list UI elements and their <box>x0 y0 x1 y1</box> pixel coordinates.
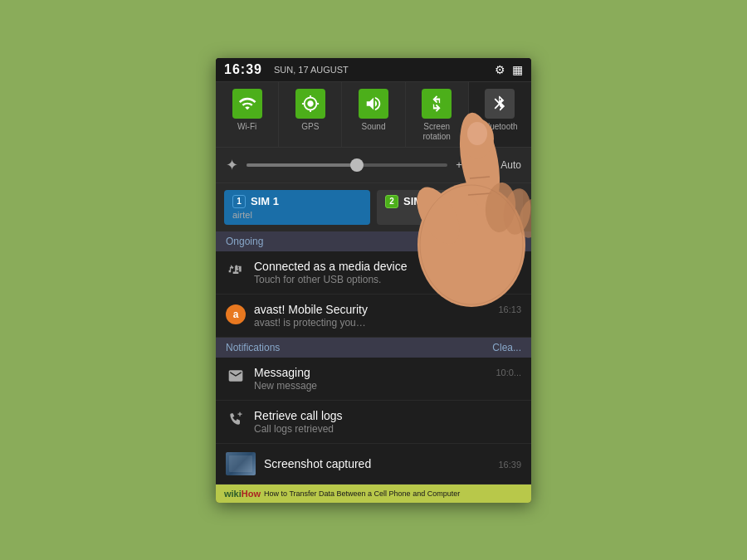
sound-icon-box <box>359 89 388 119</box>
toggle-bluetooth[interactable]: Bluetooth <box>469 82 531 147</box>
status-date: SUN, 17 AUGUST <box>274 65 349 75</box>
gear-icon[interactable]: ⚙ <box>495 63 505 76</box>
status-bar: 16:39 SUN, 17 AUGUST ⚙ ▦ <box>216 58 531 81</box>
slider-thumb <box>350 158 364 172</box>
toggle-rotation[interactable]: Screen rotation <box>406 82 469 147</box>
screenshot-notification[interactable]: Screenshot captured 16:39 <box>216 444 531 485</box>
bluetooth-icon <box>491 95 509 113</box>
auto-label: Auto <box>500 159 521 171</box>
gps-icon-box <box>295 89 325 119</box>
auto-checkbox[interactable]: ✓ Auto <box>484 158 521 172</box>
avast-content: avast! Mobile Security avast! is protect… <box>254 303 490 329</box>
gps-label: GPS <box>301 122 319 132</box>
sound-icon <box>364 95 383 113</box>
clear-button[interactable]: Clea... <box>492 342 521 353</box>
screenshot-time: 16:39 <box>498 460 521 470</box>
wikihow-bar: wikiHow How to Transfer Data Between a C… <box>216 485 531 503</box>
calllogs-content: Retrieve call logs Call logs retrieved <box>254 409 521 435</box>
brightness-icon: ✦ <box>226 156 238 174</box>
avast-time: 16:13 <box>498 304 521 314</box>
usb-title: Connected as a media device <box>254 260 521 273</box>
messaging-time: 10:0... <box>488 368 521 377</box>
phone-wrapper: 16:39 SUN, 17 AUGUST ⚙ ▦ Wi-Fi <box>216 58 531 503</box>
calllogs-subtitle: Call logs retrieved <box>254 423 521 435</box>
avast-notification[interactable]: a avast! Mobile Security avast! is prote… <box>216 295 531 338</box>
grid-icon[interactable]: ▦ <box>512 63 523 76</box>
avast-title: avast! Mobile Security <box>254 303 490 316</box>
notifications-label: Notifications <box>226 342 280 353</box>
sim-row: 1 SIM 1 airtel 2 SIM 2 <box>216 183 531 231</box>
notifications-header: Notifications Clea... <box>216 338 531 358</box>
wifi-label: Wi-Fi <box>237 122 256 132</box>
rotation-icon <box>427 95 446 113</box>
calllogs-icon <box>226 411 246 427</box>
status-time: 16:39 <box>224 62 262 77</box>
wifi-icon-box <box>232 89 262 119</box>
ongoing-header: Ongoing <box>216 231 531 251</box>
bluetooth-label: Bluetooth <box>482 122 517 132</box>
sim2-name: SIM 2 <box>403 195 432 207</box>
rotation-icon-box <box>422 89 452 119</box>
usb-content: Connected as a media device Touch for ot… <box>254 260 521 285</box>
quick-toggles: Wi-Fi GPS Sound <box>216 81 531 147</box>
brightness-value: +2 <box>456 158 476 171</box>
sim1-number: 1 <box>232 195 246 208</box>
messaging-content: Messaging New message <box>254 366 480 392</box>
check-icon: ✓ <box>487 159 495 170</box>
sim2-number: 2 <box>385 195 398 208</box>
usb-icon <box>226 261 246 278</box>
brightness-row: ✦ +2 ✓ Auto <box>216 147 531 183</box>
messaging-subtitle: New message <box>254 380 480 392</box>
screenshot-content: Screenshot captured <box>264 457 490 470</box>
messaging-notification[interactable]: Messaging New message 10:0... <box>216 358 531 401</box>
wifi-icon <box>238 95 256 113</box>
ongoing-label: Ongoing <box>226 236 263 247</box>
calllogs-notification[interactable]: Retrieve call logs Call logs retrieved <box>216 401 531 444</box>
wikihow-text: How to Transfer Data Between a Cell Phon… <box>264 489 460 498</box>
sound-label: Sound <box>362 122 386 132</box>
avast-icon: a <box>226 304 246 324</box>
avast-subtitle: avast! is protecting you… <box>254 317 490 329</box>
slider-fill <box>247 163 357 167</box>
calllogs-title: Retrieve call logs <box>254 409 521 422</box>
usb-subtitle: Touch for other USB options. <box>254 274 521 285</box>
screenshot-title: Screenshot captured <box>264 457 490 470</box>
toggle-wifi[interactable]: Wi-Fi <box>216 82 279 147</box>
rotation-label: Screen rotation <box>409 122 465 142</box>
usb-notification[interactable]: Connected as a media device Touch for ot… <box>216 251 531 295</box>
toggle-sound[interactable]: Sound <box>342 82 405 147</box>
message-icon <box>226 368 246 384</box>
gps-icon <box>301 95 320 113</box>
checkbox-box: ✓ <box>484 158 497 172</box>
screenshot-thumbnail <box>226 452 256 475</box>
sim1-card[interactable]: 1 SIM 1 airtel <box>224 190 370 225</box>
sim1-provider: airtel <box>232 210 362 220</box>
toggle-gps[interactable]: GPS <box>279 82 342 147</box>
wikihow-logo: wikiHow <box>224 489 261 499</box>
sim2-card[interactable]: 2 SIM 2 <box>377 190 523 225</box>
phone-screen: 16:39 SUN, 17 AUGUST ⚙ ▦ Wi-Fi <box>216 58 531 503</box>
sim1-name: SIM 1 <box>251 195 279 207</box>
messaging-title: Messaging <box>254 366 480 379</box>
bluetooth-icon-box <box>485 89 515 119</box>
brightness-slider[interactable] <box>247 163 447 167</box>
